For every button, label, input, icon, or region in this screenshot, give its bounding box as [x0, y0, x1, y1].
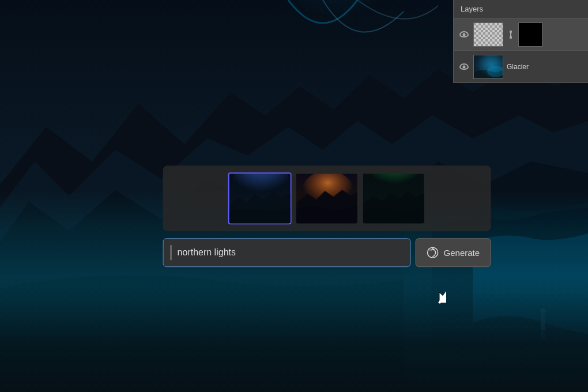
layer-visibility-toggle[interactable] — [458, 29, 470, 40]
svg-rect-11 — [510, 33, 511, 36]
generate-button[interactable]: Generate — [416, 238, 491, 267]
layer-name: Glacier — [507, 63, 583, 71]
eye-icon — [459, 63, 469, 70]
prompt-divider — [171, 245, 172, 260]
layer-thumbnail — [473, 55, 503, 79]
prompt-input[interactable]: northern lights — [178, 247, 404, 258]
variation-thumb-1[interactable] — [228, 172, 292, 224]
variations-row — [163, 165, 491, 231]
layer-mask-thumbnail — [518, 22, 542, 47]
layers-panel: Layers — [453, 0, 588, 83]
terrain-overlay — [0, 277, 588, 392]
layer-visibility-toggle[interactable] — [458, 61, 470, 73]
layer-row[interactable] — [454, 18, 588, 51]
prompt-wrapper: northern lights — [163, 238, 411, 267]
layers-title: Layers — [461, 5, 483, 13]
input-row: northern lights Generate — [163, 238, 491, 267]
svg-rect-10 — [510, 36, 512, 39]
variation-thumb-3[interactable] — [362, 172, 425, 224]
generate-container: northern lights Generate — [163, 165, 491, 267]
variation-thumb-2[interactable] — [295, 172, 359, 224]
layers-header: Layers — [454, 0, 588, 18]
svg-point-13 — [487, 66, 503, 77]
svg-rect-9 — [510, 31, 512, 33]
link-icon — [507, 31, 515, 39]
layer-thumbnail — [473, 22, 503, 47]
eye-icon — [459, 31, 469, 37]
sparkle-refresh-icon — [427, 246, 439, 259]
layer-row[interactable]: Glacier — [454, 51, 588, 83]
generate-label: Generate — [444, 248, 480, 258]
svg-rect-12 — [474, 55, 503, 79]
